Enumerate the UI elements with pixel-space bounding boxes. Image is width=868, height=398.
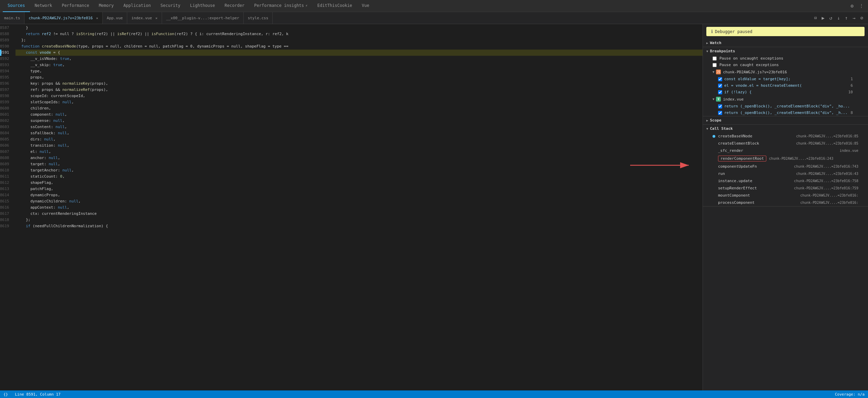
right-panel: ℹ Debugger paused ▶ Watch ▼ Breakpoints … bbox=[703, 24, 868, 398]
code-line-8607: el: null, bbox=[16, 149, 703, 155]
bp-item-3[interactable]: if (!lazy) { 10 bbox=[703, 89, 868, 95]
pause-uncaught-checkbox[interactable] bbox=[713, 56, 717, 61]
step-into-icon[interactable]: ↓ bbox=[835, 14, 842, 22]
close-index-tab[interactable]: ✕ bbox=[155, 16, 158, 20]
code-line-8612: shapeFlag, bbox=[16, 180, 703, 186]
tab-sources[interactable]: Sources bbox=[3, 0, 30, 12]
cs-item-sfc-render[interactable]: _sfc_render index.vue bbox=[703, 147, 868, 154]
file-tab-app-vue[interactable]: App.vue bbox=[103, 12, 127, 24]
call-stack-header[interactable]: ▼ Call Stack bbox=[703, 125, 868, 133]
code-line-8609: target: null, bbox=[16, 161, 703, 167]
bp-checkbox-1[interactable] bbox=[718, 77, 722, 81]
tab-application[interactable]: Application bbox=[119, 0, 155, 12]
code-line-8613: patchFlag, bbox=[16, 186, 703, 192]
tab-performance-insights[interactable]: Performance insights ⚡ bbox=[249, 0, 312, 12]
cs-item-renderComponentRoot[interactable]: renderComponentRoot chunk-PD2AWGJV....=2… bbox=[703, 154, 868, 163]
status-bar: {} Line 8591, Column 17 Coverage: n/a bbox=[0, 390, 868, 398]
cs-item-run[interactable]: run chunk-PD2AWGJV....=23bfe016:43 bbox=[703, 170, 868, 177]
code-line-8616: appContext: null, bbox=[16, 205, 703, 211]
code-line-8589: }; bbox=[16, 37, 703, 43]
watch-triangle: ▶ bbox=[706, 41, 708, 45]
file-tab-chunk[interactable]: chunk-PD2AWGJV.js?v=23bfe016 ✕ bbox=[24, 12, 102, 24]
close-chunk-tab[interactable]: ✕ bbox=[96, 16, 98, 20]
code-line-8587: } bbox=[16, 25, 703, 31]
file-tab-index-vue[interactable]: index.vue ✕ bbox=[127, 12, 162, 24]
step-over-icon[interactable]: ↺ bbox=[827, 14, 834, 22]
scope-header[interactable]: ▶ Scope bbox=[703, 116, 868, 124]
resume-icon[interactable]: ▶ bbox=[819, 14, 826, 22]
deactivate-breakpoints-icon[interactable]: ⊘ bbox=[858, 14, 865, 22]
more-icon[interactable]: ⋮ bbox=[858, 2, 865, 10]
status-coverage: Coverage: n/a bbox=[835, 392, 865, 397]
file-tab-main-ts[interactable]: main.ts bbox=[0, 12, 24, 24]
breakpoints-triangle: ▼ bbox=[706, 50, 708, 53]
top-tab-bar: Sources Network Performance Memory Appli… bbox=[0, 0, 868, 12]
tab-recorder[interactable]: Recorder bbox=[220, 0, 250, 12]
code-line-8603: ssContent: null, bbox=[16, 124, 703, 130]
watch-section: ▶ Watch bbox=[703, 39, 868, 47]
settings-icon[interactable]: ⚙ bbox=[849, 2, 855, 10]
bp-item-2[interactable]: el = vnode.el = hostCreateElement( 6 bbox=[703, 82, 868, 89]
code-line-8611: staticCount: 0, bbox=[16, 174, 703, 180]
collapse-icon[interactable]: ⊟ bbox=[813, 15, 818, 21]
code-line-8592: __v_isVNode: true, bbox=[16, 56, 703, 62]
code-editor[interactable]: } return ref2 != null ? isString(ref2) |… bbox=[12, 24, 703, 398]
bp-item-4[interactable]: return (_openBlock(), _createElementBloc… bbox=[703, 103, 868, 109]
code-line-8593: __v_skip: true, bbox=[16, 62, 703, 68]
bp-checkbox-5[interactable] bbox=[718, 111, 722, 115]
bp-checkbox-4[interactable] bbox=[718, 104, 722, 108]
bp-checkbox-3[interactable] bbox=[718, 90, 722, 94]
code-line-8599: slotScopeIds: null, bbox=[16, 99, 703, 105]
scope-triangle: ▶ bbox=[706, 119, 708, 122]
code-line-8610: targetAnchor: null, bbox=[16, 167, 703, 174]
tab-network[interactable]: Network bbox=[30, 0, 57, 12]
cs-item-processComponent[interactable]: processComponent chunk-PD2AWGJV....=23bf… bbox=[703, 199, 868, 206]
tab-lighthouse[interactable]: Lighthouse bbox=[185, 0, 220, 12]
tab-memory[interactable]: Memory bbox=[94, 0, 119, 12]
file-tab-export-helper[interactable]: __x00__plugin-v...:export-helper bbox=[162, 12, 244, 24]
tab-vue[interactable]: Vue bbox=[357, 0, 374, 12]
scope-section: ▶ Scope bbox=[703, 116, 868, 125]
bp-item-1[interactable]: const oldValue = target[key]; 1 bbox=[703, 76, 868, 82]
breakpoints-section: ▼ Breakpoints Pause on uncaught exceptio… bbox=[703, 47, 868, 116]
file-tab-style-css[interactable]: style.css bbox=[244, 12, 273, 24]
index-vue-icon: V bbox=[716, 97, 721, 102]
cs-item-setupRenderEffect[interactable]: setupRenderEffect chunk-PD2AWGJV....=23b… bbox=[703, 185, 868, 192]
cs-item-createElementBlock[interactable]: createElementBlock chunk-PD2AWGJV....=23… bbox=[703, 140, 868, 147]
tab-editthiscookie[interactable]: EditThisCookie bbox=[312, 0, 357, 12]
call-stack-triangle: ▼ bbox=[706, 127, 708, 130]
code-line-8590: function createBaseVNode(type, props = n… bbox=[16, 43, 703, 50]
step-out-icon[interactable]: ↑ bbox=[843, 14, 850, 22]
bp-file-chunk[interactable]: ▼ JS chunk-PD2AWGJV.js?v=23bfe016 bbox=[703, 68, 868, 76]
code-line-8591: const vnode = { bbox=[16, 50, 703, 56]
code-line-8604: ssFallback: null, bbox=[16, 130, 703, 136]
step-icon[interactable]: → bbox=[850, 14, 857, 22]
line-numbers: 8587 8588 8589 8590 8591 8592 8593 8594 … bbox=[0, 24, 12, 398]
watch-header[interactable]: ▶ Watch bbox=[703, 39, 868, 47]
bp-checkbox-2[interactable] bbox=[718, 84, 722, 88]
bp-file-index[interactable]: ▼ V index.vue bbox=[703, 95, 868, 103]
cs-item-mountComponent[interactable]: mountComponent chunk-PD2AWGJV....=23bfe0… bbox=[703, 192, 868, 199]
right-panel-scroll[interactable]: ℹ Debugger paused ▶ Watch ▼ Breakpoints … bbox=[703, 24, 868, 398]
call-stack-section: ▼ Call Stack createBaseVNode chunk-PD2AW… bbox=[703, 125, 868, 207]
code-line-8588: return ref2 != null ? isString(ref2) || … bbox=[16, 31, 703, 37]
breakpoints-header[interactable]: ▼ Breakpoints bbox=[703, 47, 868, 55]
file-tab-actions: ⊟ ▶ ↺ ↓ ↑ → ⊘ bbox=[810, 14, 868, 22]
pause-caught-checkbox[interactable] bbox=[713, 63, 717, 67]
code-line-8595: props, bbox=[16, 74, 703, 81]
code-area: 8587 8588 8589 8590 8591 8592 8593 8594 … bbox=[0, 24, 703, 398]
cs-item-instance-update[interactable]: instance.update chunk-PD2AWGJV....=23bfe… bbox=[703, 177, 868, 185]
code-content: 8587 8588 8589 8590 8591 8592 8593 8594 … bbox=[0, 24, 703, 398]
info-icon: ℹ bbox=[711, 29, 713, 34]
tab-security[interactable]: Security bbox=[155, 0, 185, 12]
bp-item-5[interactable]: return (_openBlock(), _createElementBloc… bbox=[703, 109, 868, 116]
cs-item-createBaseVNode[interactable]: createBaseVNode chunk-PD2AWGJV....=23bfe… bbox=[703, 133, 868, 140]
code-line-8606: transition: null, bbox=[16, 143, 703, 149]
code-line-8601: component: null, bbox=[16, 112, 703, 118]
cs-active-dot bbox=[713, 135, 715, 138]
pause-uncaught-item[interactable]: Pause on uncaught exceptions bbox=[703, 55, 868, 62]
pause-caught-item[interactable]: Pause on caught exceptions bbox=[703, 62, 868, 68]
code-line-8619: if (needFullChildrenNormalization) { bbox=[16, 223, 703, 229]
tab-performance[interactable]: Performance bbox=[57, 0, 94, 12]
cs-item-componentUpdateFn[interactable]: componentUpdateFn chunk-PD2AWGJV....=23b… bbox=[703, 163, 868, 170]
